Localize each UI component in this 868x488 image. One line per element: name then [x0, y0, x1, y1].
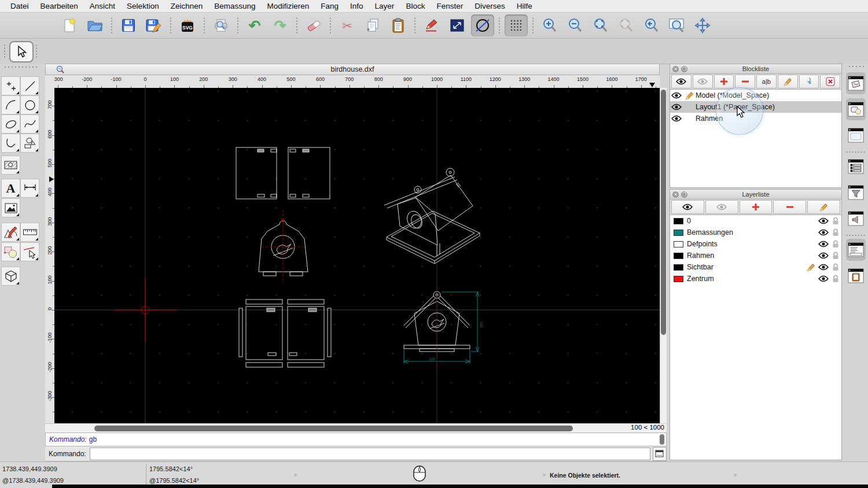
solid-tool-button[interactable]: [1, 267, 20, 286]
win-speaker-panel-toggle[interactable]: [846, 208, 866, 230]
undo-button[interactable]: ↶: [243, 14, 266, 36]
menu-info[interactable]: Info: [344, 2, 369, 10]
horizontal-scrollbar[interactable]: [45, 423, 660, 432]
visibility-eye-icon[interactable]: [670, 115, 683, 122]
menu-diverses[interactable]: Diverses: [469, 2, 511, 10]
spline-tool-button[interactable]: [20, 114, 39, 134]
cad-tools-tool-button[interactable]: [1, 223, 20, 242]
zoom-window-button[interactable]: [665, 14, 689, 36]
layer-color-swatch[interactable]: [674, 230, 683, 236]
vertical-scrollbar[interactable]: [660, 88, 667, 423]
measure-scale-button[interactable]: [446, 14, 469, 36]
zoom-auto-button[interactable]: [589, 14, 612, 36]
save-button[interactable]: [117, 14, 140, 36]
dimension-tool-button[interactable]: [20, 179, 39, 198]
float-panel-icon[interactable]: ❐: [681, 191, 687, 198]
menu-zeichnen[interactable]: Zeichnen: [165, 2, 209, 10]
eraser-button[interactable]: [302, 14, 325, 36]
cut-button[interactable]: ✂: [336, 14, 359, 36]
visibility-eye-icon[interactable]: [670, 92, 683, 99]
menu-block[interactable]: Block: [400, 2, 431, 10]
win-command-panel-toggle[interactable]: [846, 239, 866, 261]
win-clipboard-panel-toggle[interactable]: [846, 265, 866, 287]
zoom-out-button[interactable]: [564, 14, 587, 36]
save-as-button[interactable]: [142, 14, 165, 36]
zoom-selection-button[interactable]: [615, 14, 638, 36]
circle-slash-button[interactable]: [471, 14, 494, 36]
layer-eye-faded-button[interactable]: [705, 200, 738, 214]
visibility-eye-icon[interactable]: [817, 275, 829, 282]
lock-icon[interactable]: [829, 228, 841, 236]
text-tool-button[interactable]: A: [1, 179, 20, 198]
win-block-panel-toggle[interactable]: [846, 72, 866, 94]
float-panel-icon[interactable]: ❐: [681, 66, 687, 72]
command-window-toggle-button[interactable]: [653, 447, 667, 461]
polyline-tool-button[interactable]: [1, 134, 20, 153]
menu-ansicht[interactable]: Ansicht: [84, 2, 121, 10]
pan-button[interactable]: [691, 14, 714, 36]
close-icon[interactable]: ✕: [672, 66, 679, 72]
modify-tool-button[interactable]: [1, 242, 20, 261]
win-filter-panel-toggle[interactable]: [846, 182, 866, 204]
block-eye-faded-button[interactable]: [693, 75, 713, 88]
layer-list-titlebar[interactable]: ✕ ❐ Layerliste: [670, 189, 842, 199]
menu-modifizieren[interactable]: Modifizieren: [262, 2, 315, 10]
shape-tool-button[interactable]: [20, 134, 39, 153]
visibility-eye-icon[interactable]: [817, 229, 829, 236]
measure-tool-button[interactable]: [20, 223, 39, 242]
lock-icon[interactable]: [829, 275, 841, 283]
block-eye-button[interactable]: [671, 75, 692, 88]
layer-eye-button[interactable]: [671, 200, 704, 214]
layer-pencil-button[interactable]: [807, 200, 840, 214]
layer-color-swatch[interactable]: [674, 253, 683, 259]
menu-layer[interactable]: Layer: [369, 2, 400, 10]
block-plus-button[interactable]: [714, 75, 734, 88]
layer-row[interactable]: Defpoints: [670, 238, 841, 250]
layer-color-swatch[interactable]: [674, 241, 683, 247]
win-library-panel-toggle[interactable]: [846, 124, 866, 146]
win-list-panel-toggle[interactable]: [846, 156, 866, 178]
layer-row[interactable]: Sichtbar: [670, 261, 841, 273]
menu-bemassung[interactable]: Bemassung: [208, 2, 261, 10]
hatch-tool-button[interactable]: [1, 156, 20, 175]
point-tool-button[interactable]: [1, 76, 20, 95]
layer-row[interactable]: 0: [670, 215, 841, 227]
menu-datei[interactable]: Datei: [5, 2, 35, 10]
layer-color-swatch[interactable]: [674, 218, 683, 224]
layer-plus-button[interactable]: [740, 200, 773, 214]
visibility-eye-icon[interactable]: [817, 252, 829, 259]
print-preview-button[interactable]: [209, 14, 233, 36]
block-rename-button[interactable]: a|b: [756, 75, 777, 88]
command-input[interactable]: [90, 448, 650, 460]
image-tool-button[interactable]: [1, 198, 20, 217]
new-file-button[interactable]: [58, 14, 81, 36]
lock-icon[interactable]: [829, 240, 841, 248]
layer-color-swatch[interactable]: [674, 264, 683, 271]
document-window-titlebar[interactable]: birdhouse.dxf: [45, 64, 660, 75]
vertical-scrollbar-thumb[interactable]: [661, 90, 666, 335]
close-icon[interactable]: ✕: [672, 191, 679, 198]
layer-row[interactable]: Zentrum: [670, 273, 841, 284]
visibility-eye-icon[interactable]: [817, 241, 829, 247]
grid-button[interactable]: [505, 14, 528, 36]
command-history-scrollbar[interactable]: [659, 434, 665, 445]
paste-button[interactable]: [387, 14, 410, 36]
menu-selektion[interactable]: Selektion: [121, 2, 165, 10]
circle-tool-button[interactable]: [20, 95, 39, 114]
block-insert-button[interactable]: [799, 75, 819, 88]
redo-button[interactable]: ↷: [269, 14, 292, 36]
copy-button[interactable]: [361, 14, 384, 36]
lock-icon[interactable]: [829, 217, 841, 225]
arc-tool-button[interactable]: [1, 95, 20, 114]
block-minus-button[interactable]: [735, 75, 755, 88]
menu-bearbeiten[interactable]: Bearbeiten: [35, 2, 84, 10]
selection-tool-button[interactable]: [9, 41, 34, 62]
line-tool-button[interactable]: [20, 76, 39, 95]
menu-fang[interactable]: Fang: [315, 2, 344, 10]
horizontal-scrollbar-thumb[interactable]: [94, 426, 573, 431]
drawing-canvas[interactable]: 230220: [54, 88, 660, 423]
open-folder-button[interactable]: [83, 14, 106, 36]
block-delete-button[interactable]: [820, 75, 840, 88]
layer-row[interactable]: Bemassungen: [670, 227, 841, 238]
zoom-in-button[interactable]: [538, 14, 561, 36]
